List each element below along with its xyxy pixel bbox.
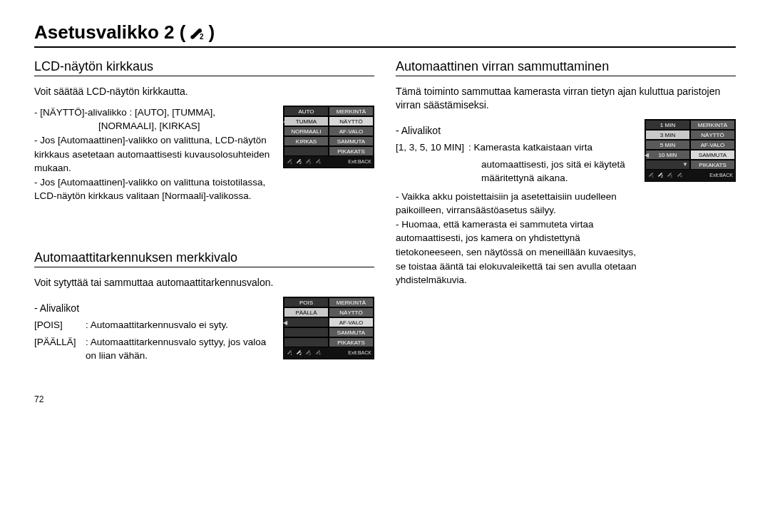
- menu-cell: NÄYTTÖ: [690, 130, 735, 140]
- svg-text:4: 4: [319, 352, 321, 356]
- svg-text:3: 3: [309, 160, 311, 165]
- lcd-b1a: - [NÄYTTÖ]-alivalikko : [AUTO], [TUMMA],: [34, 106, 276, 120]
- menu-cell: NÄYTTÖ: [329, 116, 374, 126]
- right-column: Automaattinen virran sammuttaminen Tämä …: [396, 55, 736, 404]
- svg-text:2: 2: [661, 174, 663, 178]
- heading-lcd-brightness: LCD-näytön kirkkaus: [34, 59, 374, 76]
- svg-text:1: 1: [290, 160, 292, 165]
- page-number: 72: [34, 394, 374, 404]
- menu-cell: PIKAKATS: [690, 160, 735, 170]
- intro-lcd: Voit säätää LCD-näytön kirkkautta.: [34, 85, 374, 98]
- menu-cell: NÄYTTÖ: [329, 307, 374, 317]
- svg-text:2: 2: [299, 160, 302, 165]
- menu-screenshot-af: POIS PÄÄLLÄ MERKINTÄ NÄYTTÖ AF-VALO SAMM…: [283, 297, 374, 359]
- menu-cell: PÄÄLLÄ: [284, 307, 329, 317]
- auto-off-text: - Alivalikot [1, 3, 5, 10 MIN] : Kameras…: [396, 119, 637, 287]
- menu-cell: 10 MIN: [645, 150, 690, 160]
- menu-cell: AUTO: [284, 106, 329, 116]
- menu-cell: PIKAKATS: [329, 146, 374, 156]
- af-sublabel: - Alivalikot: [34, 301, 276, 315]
- menu-cell: SAMMUTA: [329, 327, 374, 337]
- menu-cell: [284, 146, 329, 156]
- menu-cell: [284, 317, 329, 327]
- auto-off-sublabel: - Alivalikot: [396, 123, 637, 138]
- menu-cell: [645, 160, 690, 170]
- auto-off-b3: - Huomaa, että kamerasta ei sammuteta vi…: [396, 218, 637, 287]
- svg-text:3: 3: [670, 174, 672, 178]
- menu-cell: MERKINTÄ: [329, 106, 374, 116]
- left-column: LCD-näytön kirkkaus Voit säätää LCD-näyt…: [34, 55, 374, 404]
- menu-exit-label: Exit:BACK: [348, 159, 371, 164]
- menu-screenshot-auto-off: 1 MIN 3 MIN 5 MIN 10 MIN MERKINTÄ NÄYTTÖ…: [645, 119, 736, 182]
- af-pois-key: [POIS]: [34, 318, 81, 332]
- lcd-b3: - Jos [Automaattinen]-valikko on valittu…: [34, 175, 276, 203]
- auto-off-minutes-val2: automaattisesti, jos sitä ei käytetä: [396, 158, 637, 172]
- footer-tab-icons: 1 2 3 4: [286, 349, 322, 357]
- auto-off-b2: - Vaikka akku poistettaisiin ja asetetta…: [396, 190, 637, 218]
- wrench-2-icon: 2: [188, 25, 205, 41]
- heading-auto-poweroff: Automaattinen virran sammuttaminen: [396, 59, 736, 76]
- footer-tab-icons: 1 2 3 4: [286, 158, 322, 166]
- menu-cell: 3 MIN: [645, 130, 690, 140]
- menu-cell: POIS: [284, 297, 329, 307]
- title-text: Asetusvalikko 2 (: [34, 21, 185, 44]
- af-paalla-key: [PÄÄLLÄ]: [34, 335, 81, 363]
- page-title: Asetusvalikko 2 ( 2 ): [34, 21, 736, 48]
- menu-cell: [284, 337, 329, 347]
- menu-screenshot-lcd: AUTO TUMMA NORMAALI KIRKAS MERKINTÄ NÄYT…: [283, 106, 374, 168]
- af-paalla-val: : Automaattitarkennusvalo syttyy, jos va…: [86, 335, 276, 363]
- svg-text:1: 1: [290, 352, 292, 356]
- menu-cell: 1 MIN: [645, 120, 690, 130]
- svg-text:4: 4: [680, 174, 682, 178]
- intro-auto-off: Tämä toiminto sammuttaa kamerasta virran…: [396, 85, 736, 112]
- af-pois-val: : Automaattitarkennusvalo ei syty.: [86, 318, 228, 332]
- menu-exit-label: Exit:BACK: [348, 350, 371, 355]
- lcd-b1b: [NORMAALI], [KIRKAS]: [34, 119, 276, 133]
- menu-cell: AF-VALO: [690, 140, 735, 150]
- svg-text:3: 3: [309, 352, 311, 356]
- lcd-bullets: - [NÄYTTÖ]-alivalikko : [AUTO], [TUMMA],…: [34, 106, 276, 203]
- menu-cell: AF-VALO: [329, 126, 374, 136]
- menu-cell: NORMAALI: [284, 126, 329, 136]
- auto-off-minutes-key: [1, 3, 5, 10 MIN]: [396, 140, 464, 155]
- menu-cell: AF-VALO: [329, 317, 374, 327]
- heading-af-light: Automaattitarkennuksen merkkivalo: [34, 250, 374, 267]
- menu-cell: PIKAKATS: [329, 337, 374, 347]
- auto-off-minutes-val3: määritettynä aikana.: [396, 171, 637, 185]
- menu-cell: KIRKAS: [284, 136, 329, 146]
- title-close: ): [208, 21, 215, 44]
- menu-cell: SAMMUTA: [329, 136, 374, 146]
- menu-cell: TUMMA: [284, 116, 329, 126]
- menu-cell: MERKINTÄ: [329, 297, 374, 307]
- svg-text:2: 2: [299, 352, 302, 356]
- menu-cell: MERKINTÄ: [690, 120, 735, 130]
- menu-cell: [284, 327, 329, 337]
- intro-af: Voit sytyttää tai sammuttaa automaattita…: [34, 276, 374, 290]
- menu-cell: SAMMUTA: [690, 150, 735, 160]
- menu-exit-label: Exit:BACK: [709, 173, 733, 178]
- menu-cell: 5 MIN: [645, 140, 690, 150]
- auto-off-minutes-val1: : Kamerasta katkaistaan virta: [468, 140, 592, 155]
- svg-text:2: 2: [200, 33, 204, 41]
- svg-text:4: 4: [319, 160, 321, 165]
- footer-tab-icons: 1 2 3 4: [647, 171, 684, 180]
- lcd-b2: - Jos [Automaattinen]-valikko on valittu…: [34, 133, 276, 175]
- svg-text:1: 1: [652, 174, 654, 178]
